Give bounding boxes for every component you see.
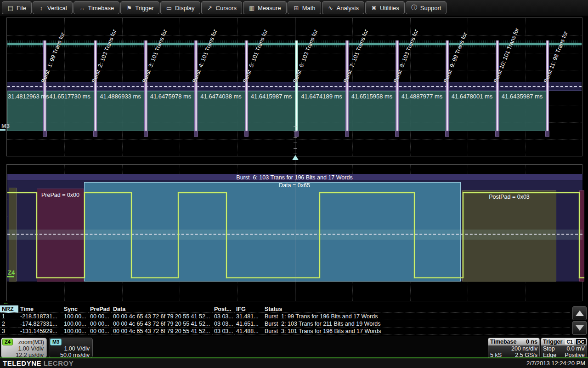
zoom-wave-segment <box>319 192 414 193</box>
table-header-sync: Sync <box>62 305 88 313</box>
burst-marker-7[interactable] <box>345 40 349 136</box>
menu-utilities-button[interactable]: ✖Utilities <box>365 1 405 14</box>
burst-marker-8[interactable] <box>396 40 399 136</box>
cursor-arrow-icon: ↗ <box>207 5 213 12</box>
zoom-wave-edge <box>226 192 227 278</box>
menu-measure-button[interactable]: ▥Measure <box>243 1 287 14</box>
menu-timebase-button[interactable]: ↔Timebase <box>74 1 120 14</box>
trigger-mode: Stop <box>543 345 555 352</box>
menu-label: Display <box>175 5 195 12</box>
menu-label: Math <box>302 5 316 12</box>
file-icon: ▤ <box>7 5 14 12</box>
burst-marker-10[interactable] <box>496 40 499 136</box>
table-cell-r1-c4[interactable]: 00 00... <box>88 313 111 320</box>
scroll-down-button[interactable] <box>572 321 587 335</box>
table-cell-r1-c6[interactable]: 03 03... <box>212 313 234 320</box>
table-cell-r3-c1[interactable]: 3 <box>0 328 18 335</box>
waveform-display: 31.4812963 ms41.6517730 ms41.4886933 ms4… <box>0 16 588 304</box>
table-cell-r1-c1[interactable]: 1 <box>0 313 18 320</box>
menu-vertical-button[interactable]: ↕Vertical <box>33 1 73 14</box>
menu-trigger-button[interactable]: ⚑Trigger <box>120 1 159 14</box>
table-cell-r1-c2[interactable]: -218.518731... <box>18 313 62 320</box>
table-cell-r3-c4[interactable]: 00 00... <box>88 328 111 335</box>
menu-bar: ▤File↕Vertical↔Timebase⚑Trigger▭Display↗… <box>0 0 588 16</box>
menu-display-button[interactable]: ▭Display <box>160 1 200 14</box>
zoom-wave-segment <box>579 277 584 278</box>
m3-badge: M3 <box>50 339 62 345</box>
burst-marker-cap <box>395 131 399 137</box>
burst-marker-3[interactable] <box>144 40 147 136</box>
table-cell-r1-c8[interactable]: Burst 1: 99 Trans for 196 Bits and 17 Wo… <box>263 313 570 320</box>
m3-descriptor-box[interactable]: M3 1.00 V/div 50.0 ms/div <box>49 338 93 358</box>
burst-marker-cap <box>345 131 349 137</box>
menu-cursors-button[interactable]: ↗Cursors <box>201 1 243 14</box>
timebase-scale: 200 ns/div <box>490 345 537 352</box>
burst-marker-9[interactable] <box>446 40 449 136</box>
menu-label: File <box>17 5 26 12</box>
trigger-level: 0.0 mV <box>566 345 585 352</box>
zoom-wave-edge <box>414 192 415 278</box>
table-cell-r2-c7[interactable]: 41.651... <box>234 320 263 328</box>
interval-label-5: 41.6474038 ms <box>196 93 246 99</box>
interval-label-10: 41.6478001 ms <box>447 93 497 99</box>
interval-label-11: 41.6435987 ms <box>498 93 547 99</box>
timebase-box[interactable]: Timebase 0 ns 200 ns/div 5 kS 2.5 GS/s <box>488 338 540 358</box>
zoom-wave-edge <box>178 192 179 278</box>
scroll-up-button[interactable] <box>572 306 587 320</box>
interval-label-3: 41.4886933 ms <box>96 93 145 99</box>
burst-marker-1[interactable] <box>43 40 46 136</box>
burst-marker-4[interactable] <box>194 40 198 136</box>
table-cell-r2-c8[interactable]: Burst 2: 103 Trans for 211 Bits and 19 W… <box>263 320 570 328</box>
table-cell-r3-c2[interactable]: -131.145929... <box>18 328 62 335</box>
zoom-position-marker[interactable] <box>292 155 299 160</box>
burst-marker-5[interactable] <box>245 40 248 136</box>
menu-analysis-button[interactable]: ∿Analysis <box>322 1 364 14</box>
timebase-offset: 0 ns <box>518 339 537 345</box>
burst-marker-6[interactable] <box>295 40 298 136</box>
table-cell-r3-c5[interactable]: 00 00 4c 65 43 72 6f 79 20 55 41 52... <box>111 328 212 335</box>
menu-math-button[interactable]: ⊞Math <box>288 1 321 14</box>
brand-teledyne: TELEDYNE <box>3 359 41 367</box>
table-cell-r2-c3[interactable]: 100.00... <box>62 320 88 328</box>
interval-label-7: 41.6474189 ms <box>297 93 346 99</box>
table-cell-r2-c4[interactable]: 00 00... <box>88 320 111 328</box>
zoom-wave-segment <box>463 192 579 193</box>
zoom-wave-segment <box>131 277 178 278</box>
datetime-display: 2/7/2013 12:24:20 PM <box>526 360 585 367</box>
table-cell-r1-c5[interactable]: 00 00 4c 65 43 72 6f 79 20 55 41 52... <box>111 313 212 320</box>
z4-descriptor-box[interactable]: Z4 zoom(M3) 1.00 V/div 12.2 µs/div <box>1 338 47 358</box>
interval-label-9: 41.4887977 ms <box>397 93 447 99</box>
table-cell-r1-c7[interactable]: 31.481... <box>234 313 263 320</box>
table-cell-r3-c6[interactable]: 03 03... <box>212 328 234 335</box>
table-cell-r1-c3[interactable]: 100.00... <box>62 313 88 320</box>
table-header-time: Time <box>18 305 62 313</box>
table-cell-r3-c3[interactable]: 100.00... <box>62 328 88 335</box>
m3-vdiv: 1.00 V/div <box>49 345 92 352</box>
table-header-data: Data <box>111 305 212 313</box>
region-prepad-label: PrePad = 0x00 <box>37 192 84 198</box>
display-icon: ▭ <box>166 5 172 12</box>
table-cell-r2-c5[interactable]: 00 00 4c 65 43 72 6f 79 20 55 41 52... <box>111 320 212 328</box>
z4-title: zoom(M3) <box>15 339 45 345</box>
table-cell-r2-c6[interactable]: 03 03... <box>212 320 234 328</box>
table-cell-r3-c8[interactable]: Burst 3: 101 Trans for 196 Bits and 17 W… <box>263 328 570 335</box>
trigger-box[interactable]: Trigger C1 DC Stop 0.0 mV Edge Positive <box>541 338 587 358</box>
zoom-wave-segment <box>178 192 226 193</box>
z4-trace-tag[interactable]: Z4 <box>8 269 15 276</box>
table-cell-r3-c7[interactable]: 41.488... <box>234 328 263 335</box>
interval-label-1: 31.4812963 ms <box>8 93 44 99</box>
m3-trace-tag[interactable]: M3 <box>1 122 10 129</box>
burst-marker-2[interactable] <box>94 40 97 136</box>
gridline <box>7 35 582 36</box>
zoom-wave-edge <box>579 192 580 278</box>
menu-label: Measure <box>258 5 281 12</box>
horizontal-arrows-icon: ↔ <box>79 5 85 12</box>
center-line-ticks <box>294 126 297 168</box>
burst-marker-11[interactable] <box>546 40 549 136</box>
burst-marker-cap <box>43 131 47 137</box>
region-postpad-label: PostPad = 0x03 <box>463 194 556 200</box>
menu-file-button[interactable]: ▤File <box>2 1 32 14</box>
menu-support-button[interactable]: ⓘSupport <box>406 1 447 14</box>
table-cell-r2-c2[interactable]: -174.827331... <box>18 320 62 328</box>
table-cell-r2-c1[interactable]: 2 <box>0 320 18 328</box>
